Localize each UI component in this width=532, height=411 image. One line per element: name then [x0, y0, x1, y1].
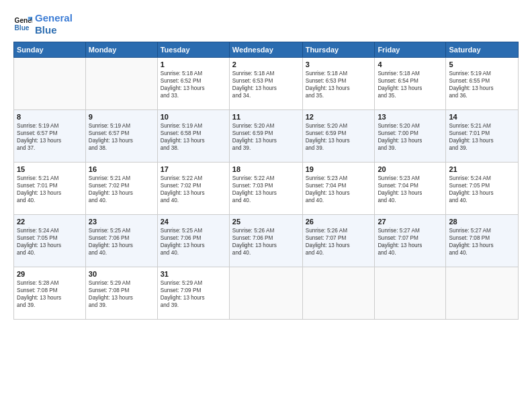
day-info: Sunrise: 5:23 AM Sunset: 7:04 PM Dayligh… — [378, 175, 443, 204]
logo: General Blue GeneralBlue — [13, 12, 73, 36]
day-number: 16 — [89, 165, 154, 173]
day-number: 25 — [232, 218, 300, 226]
day-number: 29 — [17, 270, 83, 278]
calendar-cell: 5 Sunrise: 5:19 AM Sunset: 6:55 PM Dayli… — [446, 58, 519, 110]
calendar-cell: 21 Sunrise: 5:24 AM Sunset: 7:05 PM Dayl… — [446, 163, 519, 215]
col-header-wednesday: Wednesday — [229, 42, 302, 58]
day-number: 23 — [89, 218, 154, 226]
calendar-cell: 9 Sunrise: 5:19 AM Sunset: 6:57 PM Dayli… — [85, 110, 157, 163]
day-info: Sunrise: 5:18 AM Sunset: 6:52 PM Dayligh… — [161, 70, 226, 99]
calendar-cell: 8 Sunrise: 5:19 AM Sunset: 6:57 PM Dayli… — [14, 110, 86, 163]
day-info: Sunrise: 5:26 AM Sunset: 7:07 PM Dayligh… — [306, 227, 372, 257]
calendar-cell: 27 Sunrise: 5:27 AM Sunset: 7:07 PM Dayl… — [375, 215, 446, 267]
calendar-cell — [229, 267, 302, 320]
calendar-cell: 20 Sunrise: 5:23 AM Sunset: 7:04 PM Dayl… — [375, 163, 446, 215]
calendar-cell: 25 Sunrise: 5:26 AM Sunset: 7:06 PM Dayl… — [229, 215, 302, 267]
day-info: Sunrise: 5:22 AM Sunset: 7:02 PM Dayligh… — [161, 175, 226, 204]
day-info: Sunrise: 5:24 AM Sunset: 7:05 PM Dayligh… — [17, 227, 83, 257]
calendar-cell: 28 Sunrise: 5:27 AM Sunset: 7:08 PM Dayl… — [446, 215, 519, 267]
col-header-friday: Friday — [375, 42, 446, 58]
day-number: 24 — [161, 218, 226, 226]
day-info: Sunrise: 5:18 AM Sunset: 6:53 PM Dayligh… — [306, 70, 372, 99]
calendar-cell — [14, 58, 86, 110]
day-number: 20 — [378, 165, 443, 173]
calendar-cell: 11 Sunrise: 5:20 AM Sunset: 6:59 PM Dayl… — [229, 110, 302, 163]
calendar-cell: 4 Sunrise: 5:18 AM Sunset: 6:54 PM Dayli… — [375, 58, 446, 110]
day-number: 15 — [17, 165, 83, 173]
calendar-cell: 16 Sunrise: 5:21 AM Sunset: 7:02 PM Dayl… — [85, 163, 157, 215]
day-info: Sunrise: 5:27 AM Sunset: 7:08 PM Dayligh… — [449, 227, 515, 257]
col-header-sunday: Sunday — [14, 42, 86, 58]
day-info: Sunrise: 5:21 AM Sunset: 7:01 PM Dayligh… — [17, 175, 83, 204]
day-number: 31 — [161, 270, 226, 278]
calendar-cell — [375, 267, 446, 320]
col-header-monday: Monday — [85, 42, 157, 58]
calendar-cell: 12 Sunrise: 5:20 AM Sunset: 6:59 PM Dayl… — [302, 110, 375, 163]
day-info: Sunrise: 5:26 AM Sunset: 7:06 PM Dayligh… — [232, 227, 300, 257]
calendar-cell: 24 Sunrise: 5:25 AM Sunset: 7:06 PM Dayl… — [157, 215, 229, 267]
col-header-saturday: Saturday — [446, 42, 519, 58]
day-number: 22 — [17, 218, 83, 226]
day-number: 30 — [89, 270, 154, 278]
day-info: Sunrise: 5:20 AM Sunset: 7:00 PM Dayligh… — [378, 122, 443, 152]
day-number: 9 — [89, 113, 154, 121]
calendar-cell: 18 Sunrise: 5:22 AM Sunset: 7:03 PM Dayl… — [229, 163, 302, 215]
day-number: 3 — [306, 60, 372, 68]
day-info: Sunrise: 5:18 AM Sunset: 6:54 PM Dayligh… — [378, 70, 443, 99]
calendar-cell: 1 Sunrise: 5:18 AM Sunset: 6:52 PM Dayli… — [157, 58, 229, 110]
calendar-cell: 17 Sunrise: 5:22 AM Sunset: 7:02 PM Dayl… — [157, 163, 229, 215]
col-header-thursday: Thursday — [302, 42, 375, 58]
day-number: 11 — [232, 113, 300, 121]
calendar-cell: 10 Sunrise: 5:19 AM Sunset: 6:58 PM Dayl… — [157, 110, 229, 163]
day-number: 28 — [449, 218, 515, 226]
day-number: 8 — [17, 113, 83, 121]
day-info: Sunrise: 5:19 AM Sunset: 6:57 PM Dayligh… — [89, 122, 154, 152]
day-info: Sunrise: 5:21 AM Sunset: 7:01 PM Dayligh… — [449, 122, 515, 152]
calendar-table: SundayMondayTuesdayWednesdayThursdayFrid… — [13, 42, 519, 320]
calendar-cell: 2 Sunrise: 5:18 AM Sunset: 6:53 PM Dayli… — [229, 58, 302, 110]
day-number: 12 — [306, 113, 372, 121]
calendar-cell: 26 Sunrise: 5:26 AM Sunset: 7:07 PM Dayl… — [302, 215, 375, 267]
day-info: Sunrise: 5:20 AM Sunset: 6:59 PM Dayligh… — [306, 122, 372, 152]
day-info: Sunrise: 5:29 AM Sunset: 7:08 PM Dayligh… — [89, 279, 154, 309]
day-number: 5 — [449, 60, 515, 68]
svg-text:Blue: Blue — [15, 24, 30, 32]
calendar-cell: 23 Sunrise: 5:25 AM Sunset: 7:06 PM Dayl… — [85, 215, 157, 267]
calendar-cell: 31 Sunrise: 5:29 AM Sunset: 7:09 PM Dayl… — [157, 267, 229, 320]
day-number: 14 — [449, 113, 515, 121]
calendar-cell: 15 Sunrise: 5:21 AM Sunset: 7:01 PM Dayl… — [14, 163, 86, 215]
day-info: Sunrise: 5:19 AM Sunset: 6:57 PM Dayligh… — [17, 122, 83, 152]
day-info: Sunrise: 5:29 AM Sunset: 7:09 PM Dayligh… — [161, 279, 226, 309]
day-info: Sunrise: 5:23 AM Sunset: 7:04 PM Dayligh… — [306, 175, 372, 204]
day-info: Sunrise: 5:25 AM Sunset: 7:06 PM Dayligh… — [161, 227, 226, 257]
day-number: 4 — [378, 60, 443, 68]
calendar-cell: 29 Sunrise: 5:28 AM Sunset: 7:08 PM Dayl… — [14, 267, 86, 320]
day-number: 1 — [161, 60, 226, 68]
calendar-cell: 3 Sunrise: 5:18 AM Sunset: 6:53 PM Dayli… — [302, 58, 375, 110]
day-number: 2 — [232, 60, 300, 68]
day-info: Sunrise: 5:18 AM Sunset: 6:53 PM Dayligh… — [232, 70, 300, 99]
page-header: General Blue GeneralBlue — [13, 12, 519, 36]
day-number: 17 — [161, 165, 226, 173]
day-info: Sunrise: 5:19 AM Sunset: 6:55 PM Dayligh… — [449, 70, 515, 99]
calendar-cell — [302, 267, 375, 320]
logo-icon: General Blue — [13, 15, 32, 34]
col-header-tuesday: Tuesday — [157, 42, 229, 58]
logo-text: GeneralBlue — [35, 12, 73, 36]
calendar-cell: 19 Sunrise: 5:23 AM Sunset: 7:04 PM Dayl… — [302, 163, 375, 215]
day-info: Sunrise: 5:22 AM Sunset: 7:03 PM Dayligh… — [232, 175, 300, 204]
day-number: 26 — [306, 218, 372, 226]
day-info: Sunrise: 5:24 AM Sunset: 7:05 PM Dayligh… — [449, 175, 515, 204]
calendar-cell: 30 Sunrise: 5:29 AM Sunset: 7:08 PM Dayl… — [85, 267, 157, 320]
day-info: Sunrise: 5:27 AM Sunset: 7:07 PM Dayligh… — [378, 227, 443, 257]
day-number: 13 — [378, 113, 443, 121]
day-number: 18 — [232, 165, 300, 173]
day-info: Sunrise: 5:25 AM Sunset: 7:06 PM Dayligh… — [89, 227, 154, 257]
day-info: Sunrise: 5:21 AM Sunset: 7:02 PM Dayligh… — [89, 175, 154, 204]
day-info: Sunrise: 5:19 AM Sunset: 6:58 PM Dayligh… — [161, 122, 226, 152]
calendar-cell: 22 Sunrise: 5:24 AM Sunset: 7:05 PM Dayl… — [14, 215, 86, 267]
day-number: 19 — [306, 165, 372, 173]
day-number: 27 — [378, 218, 443, 226]
calendar-cell — [85, 58, 157, 110]
calendar-cell — [446, 267, 519, 320]
